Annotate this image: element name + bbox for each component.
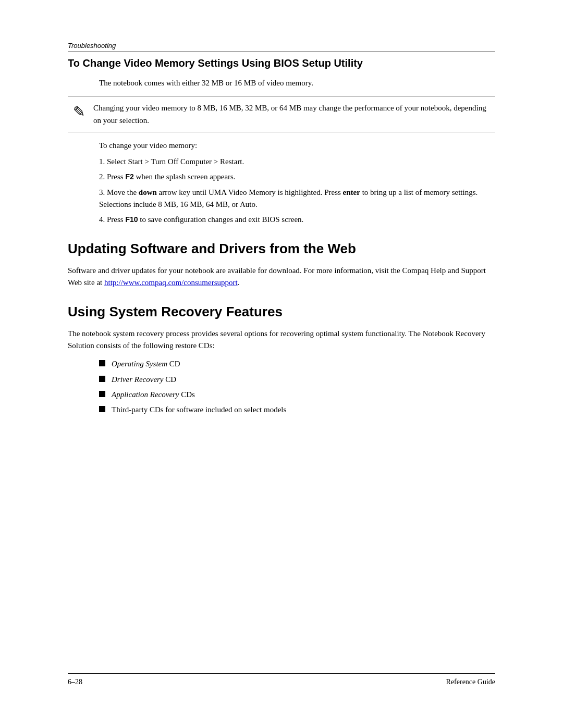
bullet-list: Operating System CD Driver Recovery CD A…: [99, 358, 495, 416]
header: Troubleshooting: [68, 42, 495, 52]
step-2: 2. Press F2 when the splash screen appea…: [99, 171, 495, 183]
step-4-prefix: 4. Press: [99, 215, 125, 224]
web-section: Updating Software and Drivers from the W…: [68, 240, 495, 289]
bullet-icon: [99, 360, 105, 366]
page-number: 6–28: [68, 678, 82, 686]
step-2-suffix: when the splash screen appears.: [134, 172, 236, 181]
bios-section-title: To Change Video Memory Settings Using BI…: [68, 56, 495, 70]
step-4-suffix: to save configuration changes and exit B…: [138, 215, 304, 224]
bullet-normal-3: CDs: [179, 390, 195, 399]
step-2-key: F2: [125, 172, 133, 181]
list-item: Driver Recovery CD: [99, 374, 495, 386]
recovery-section: Using System Recovery Features The noteb…: [68, 303, 495, 416]
web-body-end: .: [238, 278, 240, 287]
note-text: Changing your video memory to 8 MB, 16 M…: [93, 102, 495, 127]
list-item: Application Recovery CDs: [99, 389, 495, 401]
list-item: Third-party CDs for software included on…: [99, 404, 495, 416]
step-4: 4. Press F10 to save configuration chang…: [99, 214, 495, 226]
step-1-text: 1. Select Start > Turn Off Computer > Re…: [99, 157, 244, 166]
footer-rule: [68, 673, 495, 674]
step-4-key: F10: [125, 215, 138, 224]
bullet-item-text: Operating System CD: [112, 358, 180, 370]
steps-intro: To change your video memory:: [99, 140, 495, 152]
header-rule: [68, 52, 495, 52]
bullet-normal-1: CD: [167, 360, 180, 368]
bullet-item-text: Third-party CDs for software included on…: [112, 404, 286, 416]
bios-section: To Change Video Memory Settings Using BI…: [68, 56, 495, 226]
bullet-normal-4: Third-party CDs for software included on…: [112, 405, 286, 414]
footer: 6–28 Reference Guide: [68, 678, 495, 686]
recovery-section-title: Using System Recovery Features: [68, 303, 495, 320]
bullet-italic-2: Driver Recovery: [112, 375, 164, 384]
step-3-prefix: 3. Move the: [99, 188, 139, 196]
bullet-italic-1: Operating System: [112, 360, 167, 368]
bullet-italic-3: Application Recovery: [112, 390, 179, 399]
bullet-normal-2: CD: [164, 375, 177, 384]
step-1: 1. Select Start > Turn Off Computer > Re…: [99, 156, 495, 168]
note-icon: ✎: [73, 103, 85, 120]
bios-intro-text: The notebook comes with either 32 MB or …: [99, 77, 495, 89]
guide-label: Reference Guide: [446, 678, 495, 686]
step-3-mid1: arrow key until UMA Video Memory is high…: [157, 188, 343, 196]
recovery-section-body: The notebook system recovery process pro…: [68, 328, 495, 352]
step-3: 3. Move the down arrow key until UMA Vid…: [99, 187, 495, 211]
step-3-key2: enter: [343, 188, 360, 196]
step-2-prefix: 2. Press: [99, 172, 125, 181]
bullet-icon: [99, 406, 105, 412]
step-3-key1: down: [139, 188, 157, 196]
footer-area: 6–28 Reference Guide: [68, 673, 495, 686]
note-box: ✎ Changing your video memory to 8 MB, 16…: [68, 96, 495, 132]
list-item: Operating System CD: [99, 358, 495, 370]
bullet-icon: [99, 391, 105, 397]
web-link[interactable]: http://www.compaq.com/consumersupport: [104, 278, 238, 287]
bullet-item-text: Driver Recovery CD: [112, 374, 176, 386]
web-section-title: Updating Software and Drivers from the W…: [68, 240, 495, 257]
web-section-body: Software and driver updates for your not…: [68, 265, 495, 289]
bullet-icon: [99, 376, 105, 382]
header-label: Troubleshooting: [68, 42, 495, 50]
bullet-item-text: Application Recovery CDs: [112, 389, 195, 401]
page: Troubleshooting To Change Video Memory S…: [0, 0, 563, 728]
